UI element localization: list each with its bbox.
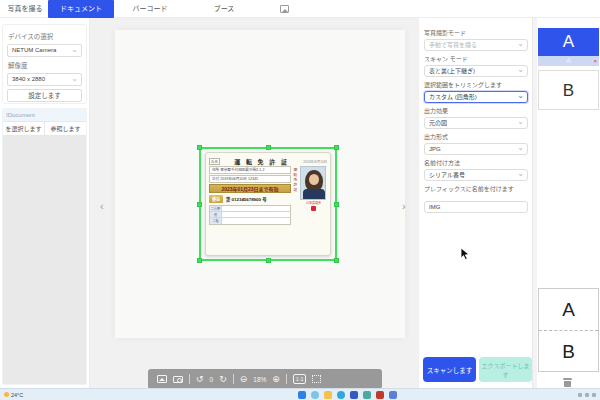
rotate-left-icon[interactable]: ↺	[196, 375, 204, 384]
actual-size-button[interactable]: 1:1	[293, 374, 307, 384]
tab-document[interactable]: ドキュメント	[48, 0, 114, 18]
tab-booth[interactable]: ブース	[208, 0, 240, 18]
crop-handle-n[interactable]	[266, 145, 271, 150]
document-list-empty	[3, 136, 86, 385]
settings-button[interactable]: 設定します	[7, 89, 82, 102]
zoom-out-icon[interactable]: ⊖	[240, 375, 248, 384]
tab-barcode[interactable]: バーコード	[128, 0, 172, 18]
chevron-down-icon: ⌄	[517, 39, 524, 49]
rotate-angle-value: 0	[210, 376, 214, 383]
device-select-value: NETUM Camera	[12, 47, 56, 53]
chevron-down-icon: ⌄	[517, 65, 524, 75]
device-select[interactable]: NETUM Camera ⌄	[7, 44, 82, 57]
weather-icon	[4, 392, 9, 397]
chevron-down-icon: ⌄	[71, 73, 78, 84]
resolution-select-value: 3840 x 2880	[12, 76, 45, 82]
search-icon[interactable]	[311, 391, 319, 399]
scan-options-panel: 写真撮影モード 手動で写真を撮る ⌄ スキャン モード 表と裏(上下継ぎ) ⌄ …	[418, 18, 532, 388]
zoom-level-value: 18%	[253, 376, 266, 383]
crop-handle-e[interactable]	[334, 202, 339, 207]
crop-handle-w[interactable]	[197, 202, 202, 207]
crop-handle-s[interactable]	[266, 258, 271, 263]
combined-output-preview[interactable]: A B	[538, 288, 599, 372]
combined-top-label: A	[539, 289, 598, 330]
photo-mode-select[interactable]: 手動で写真を撮る ⌄	[424, 39, 528, 51]
app-icon-red[interactable]	[376, 391, 384, 399]
crop-handle-nw[interactable]	[197, 145, 202, 150]
rotate-right-icon[interactable]: ↻	[219, 375, 227, 384]
resolution-label: 解像度	[8, 60, 82, 70]
naming-method-select[interactable]: シリアル番号 ⌄	[424, 169, 528, 181]
document-section-title: IDocument	[3, 109, 86, 121]
tab-browse[interactable]: 参照します	[44, 122, 86, 135]
chevron-down-icon: ⌄	[517, 169, 524, 179]
crop-range-value: カスタム (四角形)	[429, 94, 477, 100]
fit-to-screen-icon[interactable]	[312, 375, 321, 383]
resolution-select[interactable]: 3840 x 2880 ⌄	[7, 73, 82, 86]
windows-taskbar: 24°C	[0, 388, 600, 400]
document-tabs: を選択します 参照します	[3, 121, 86, 136]
tab-select-all[interactable]: を選択します	[3, 122, 44, 135]
chevron-down-icon: ⌄	[517, 91, 524, 101]
output-format-select[interactable]: JPG ⌄	[424, 143, 528, 155]
chevron-down-icon: ⌄	[517, 117, 524, 127]
tray-icon	[592, 393, 596, 397]
prev-page-arrow[interactable]: ‹	[100, 200, 104, 212]
zoom-in-icon[interactable]: ⊕	[272, 375, 280, 384]
scanner-app-icon[interactable]	[389, 391, 397, 399]
naming-method-label: 名前付け方法	[424, 158, 528, 167]
delete-x-icon[interactable]: ×	[593, 56, 597, 66]
export-button[interactable]: エクスポートします	[479, 357, 532, 382]
camera-capture-icon[interactable]	[173, 376, 183, 383]
left-sidebar: デバイスの選択 NETUM Camera ⌄ 解像度 3840 x 2880 ⌄…	[0, 18, 90, 388]
prefix-name-input[interactable]	[424, 201, 528, 213]
crop-handle-ne[interactable]	[334, 145, 339, 150]
top-tab-bar: 写真を撮る ドキュメント バーコード ブース	[0, 0, 600, 18]
taskbar-system-tray[interactable]	[578, 393, 596, 397]
chevron-down-icon: ⌄	[517, 143, 524, 153]
scan-mode-select[interactable]: 表と裏(上下継ぎ) ⌄	[424, 65, 528, 77]
crop-selection-marquee[interactable]	[199, 147, 337, 261]
image-tab-icon[interactable]	[280, 5, 289, 13]
output-format-value: JPG	[429, 146, 441, 152]
trash-icon[interactable]	[563, 378, 572, 387]
edit-image-icon[interactable]	[157, 375, 167, 383]
crop-handle-sw[interactable]	[197, 258, 202, 263]
weather-temp: 24°C	[11, 392, 23, 398]
prefix-name-label: プレフィックスに名前を付けます	[424, 184, 528, 193]
chevron-down-icon: ⌄	[71, 44, 78, 55]
combined-bottom-label: B	[539, 330, 598, 371]
document-section: IDocument を選択します 参照します	[2, 108, 87, 385]
store-icon[interactable]	[350, 391, 358, 399]
scan-mode-label: スキャン モード	[424, 54, 528, 63]
output-effect-label: 出力効果	[424, 106, 528, 115]
app-icon-teal[interactable]	[363, 391, 371, 399]
edge-icon[interactable]	[337, 391, 345, 399]
thumbnail-page-a-ghost[interactable]: A ×	[538, 56, 599, 66]
tab-take-photo[interactable]: 写真を撮る	[6, 0, 44, 18]
taskbar-app-icons	[298, 391, 397, 399]
photo-mode-label: 写真撮影モード	[424, 28, 528, 37]
device-card: デバイスの選択 NETUM Camera ⌄ 解像度 3840 x 2880 ⌄…	[2, 24, 87, 104]
crop-range-select[interactable]: カスタム (四角形) ⌄	[424, 91, 528, 103]
output-effect-value: 元の図	[429, 120, 447, 126]
preview-toolbar: ↺ 0 ↻ ⊖ 18% ⊕ 1:1	[148, 369, 382, 389]
scan-mode-value: 表と裏(上下継ぎ)	[429, 68, 475, 74]
thumbnail-page-a[interactable]: A	[538, 28, 599, 56]
photo-mode-value: 手動で写真を撮る	[429, 42, 477, 48]
page-thumbnail-strip: A A × B A B	[537, 18, 600, 388]
device-select-label: デバイスの選択	[8, 31, 82, 41]
crop-handle-se[interactable]	[334, 258, 339, 263]
start-icon[interactable]	[298, 391, 306, 399]
thumbnail-ghost-label: A	[566, 57, 571, 64]
file-explorer-icon[interactable]	[324, 391, 332, 399]
output-effect-select[interactable]: 元の図 ⌄	[424, 117, 528, 129]
tray-icon	[578, 393, 582, 397]
scan-button[interactable]: スキャンします	[423, 357, 476, 382]
thumbnail-page-b[interactable]: B	[538, 70, 599, 110]
crop-range-label: 選択範囲をトリミングします	[424, 80, 528, 89]
next-page-arrow[interactable]: ›	[402, 200, 406, 212]
taskbar-weather-widget[interactable]: 24°C	[4, 392, 23, 398]
output-format-label: 出力形式	[424, 132, 528, 141]
naming-method-value: シリアル番号	[429, 172, 465, 178]
